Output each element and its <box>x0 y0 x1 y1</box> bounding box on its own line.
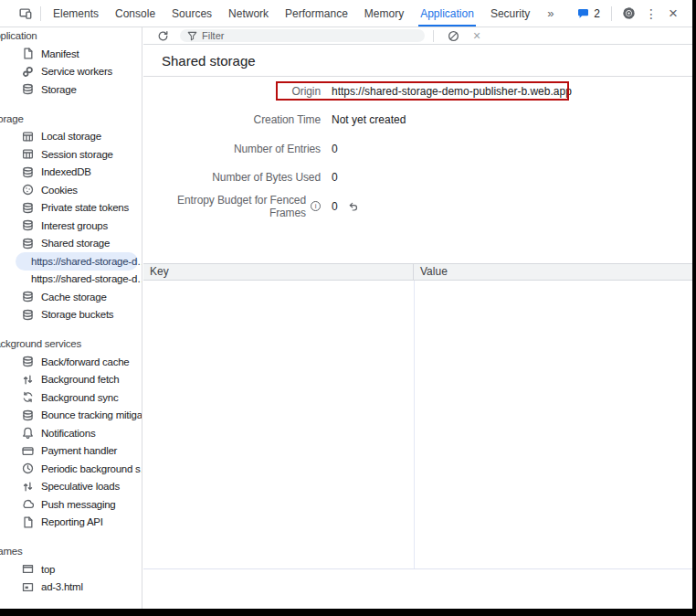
arrows-up-down-icon <box>22 481 35 493</box>
sidebar-item-bounce-tracking-mitiga[interactable]: Bounce tracking mitiga… <box>0 407 142 425</box>
devtools-window: ElementsConsoleSourcesNetworkPerformance… <box>0 0 696 616</box>
sidebar-item-label: Private state tokens <box>41 202 129 213</box>
service-worker-icon <box>22 66 35 78</box>
metadata-label: Number of Bytes Used <box>143 171 321 184</box>
sidebar-item-manifest[interactable]: Manifest <box>0 45 142 63</box>
table-icon <box>22 131 35 143</box>
database-icon <box>22 356 35 367</box>
sidebar-section-heading: Storage <box>0 111 142 128</box>
iframe-icon <box>22 581 35 593</box>
file-icon <box>22 516 35 528</box>
sidebar-item-label: top <box>41 564 55 575</box>
more-tabs-button[interactable]: » <box>538 6 563 20</box>
refresh-button[interactable] <box>152 27 174 47</box>
sidebar-section-frames: Framestopad-3.html <box>0 543 142 596</box>
sidebar-item-speculative-loads[interactable]: Speculative loads <box>0 478 142 496</box>
column-header-key[interactable]: Key <box>143 264 414 280</box>
sidebar-item-indexeddb[interactable]: IndexedDB <box>0 164 142 182</box>
tab-performance[interactable]: Performance <box>277 0 356 27</box>
table-icon <box>22 148 35 160</box>
metadata-label-text: Origin <box>292 85 321 98</box>
sidebar-item-background-fetch[interactable]: Background fetch <box>0 371 142 389</box>
reset-budget-button[interactable] <box>348 201 359 212</box>
console-message-count: 2 <box>594 7 600 20</box>
clear-filter-button[interactable]: × <box>473 28 480 43</box>
sidebar-item-storage[interactable]: Storage <box>0 80 142 99</box>
tab-application[interactable]: Application <box>412 0 482 27</box>
metadata-value: 0 <box>332 143 338 155</box>
tab-security[interactable]: Security <box>482 0 538 27</box>
application-sidebar: ApplicationManifestService workersStorag… <box>0 27 142 609</box>
divider <box>433 30 434 42</box>
sidebar-item-local-storage[interactable]: Local storage <box>0 128 142 146</box>
sidebar-item-label: Speculative loads <box>41 481 120 492</box>
sidebar-item-periodic-background-s[interactable]: Periodic background s… <box>0 460 142 478</box>
column-header-value[interactable]: Value <box>414 264 692 280</box>
frame-icon <box>22 563 35 575</box>
console-messages-badge[interactable]: 2 <box>572 7 606 20</box>
sidebar-item-notifications[interactable]: Notifications <box>0 424 142 442</box>
panel-toolbar: × <box>143 27 692 45</box>
metadata-row-entropy-budget-for-fenced-frames: Entropy Budget for Fenced Framesi0 <box>143 192 692 221</box>
sidebar-item-reporting-api[interactable]: Reporting API <box>0 514 142 532</box>
cloud-icon <box>22 498 35 510</box>
filter-box <box>180 29 425 42</box>
metadata-label: Number of Entries <box>143 143 321 155</box>
metadata-row-number-of-bytes-used: Number of Bytes Used0 <box>143 164 692 193</box>
settings-button[interactable] <box>617 3 639 25</box>
file-icon <box>22 48 35 59</box>
bell-icon <box>22 427 35 439</box>
sidebar-item-label: Shared storage <box>41 238 110 249</box>
database-icon <box>22 238 35 250</box>
sidebar-item-push-messaging[interactable]: Push messaging <box>0 495 142 514</box>
sidebar-item-ad-3-html[interactable]: ad-3.html <box>0 579 142 597</box>
more-options-button[interactable]: ⋮ <box>641 4 661 24</box>
sidebar-item-https-shared-storage-d-7[interactable]: https://shared-storage-d… <box>16 252 138 271</box>
clock-icon <box>22 462 35 474</box>
message-bubble-icon <box>577 8 589 19</box>
window-edge-right <box>692 0 696 616</box>
sidebar-item-label: Session storage <box>41 149 113 160</box>
cookie-icon <box>22 184 35 196</box>
sidebar-item-session-storage[interactable]: Session storage <box>0 145 142 164</box>
divider <box>611 6 612 21</box>
devtools-tabbar: ElementsConsoleSourcesNetworkPerformance… <box>0 0 692 27</box>
sidebar-item-interest-groups[interactable]: Interest groups <box>0 217 142 235</box>
info-icon[interactable]: i <box>311 201 321 211</box>
sidebar-item-service-workers[interactable]: Service workers <box>0 63 142 81</box>
sidebar-item-cache-storage[interactable]: Cache storage <box>0 288 142 306</box>
block-icon <box>448 30 459 42</box>
close-devtools-button[interactable]: × <box>663 4 683 24</box>
sidebar-item-label: Back/forward cache <box>41 356 130 367</box>
sidebar-item-shared-storage[interactable]: Shared storage <box>0 235 142 253</box>
tab-elements[interactable]: Elements <box>45 0 107 27</box>
sidebar-item-label: Cache storage <box>41 292 107 303</box>
database-icon <box>22 309 35 321</box>
toggle-device-toolbar-button[interactable] <box>15 3 37 25</box>
sidebar-item-storage-buckets[interactable]: Storage buckets <box>0 306 142 324</box>
clear-all-button[interactable] <box>442 27 464 47</box>
sidebar-item-cookies[interactable]: Cookies <box>0 181 142 199</box>
sidebar-item-https-shared-storage-d-8[interactable]: https://shared-storage-d… <box>0 271 142 289</box>
sidebar-section-heading: Frames <box>0 543 142 560</box>
tab-sources[interactable]: Sources <box>163 0 220 27</box>
shared-storage-panel: × Shared storage Originhttps://shared-st… <box>143 27 692 609</box>
sidebar-item-label: https://shared-storage-d… <box>31 256 142 267</box>
sidebar-item-label: https://shared-storage-d… <box>31 273 142 284</box>
sidebar-item-back-forward-cache[interactable]: Back/forward cache <box>0 353 142 371</box>
filter-input[interactable] <box>202 30 417 41</box>
tab-network[interactable]: Network <box>220 0 277 27</box>
tab-console[interactable]: Console <box>107 0 163 27</box>
sidebar-item-top[interactable]: top <box>0 560 142 579</box>
sidebar-item-label: Manifest <box>41 48 79 59</box>
tab-memory[interactable]: Memory <box>356 0 412 27</box>
database-icon <box>22 409 35 421</box>
arrows-up-down-icon <box>22 374 35 386</box>
sidebar-item-payment-handler[interactable]: Payment handler <box>0 442 142 461</box>
column-divider <box>414 281 415 568</box>
sidebar-item-label: Interest groups <box>41 220 108 231</box>
sidebar-item-label: IndexedDB <box>41 166 91 177</box>
sidebar-item-background-sync[interactable]: Background sync <box>0 388 142 407</box>
metadata-value: https://shared-storage-demo-publisher-b.… <box>332 85 572 98</box>
sidebar-item-private-state-tokens[interactable]: Private state tokens <box>0 199 142 218</box>
